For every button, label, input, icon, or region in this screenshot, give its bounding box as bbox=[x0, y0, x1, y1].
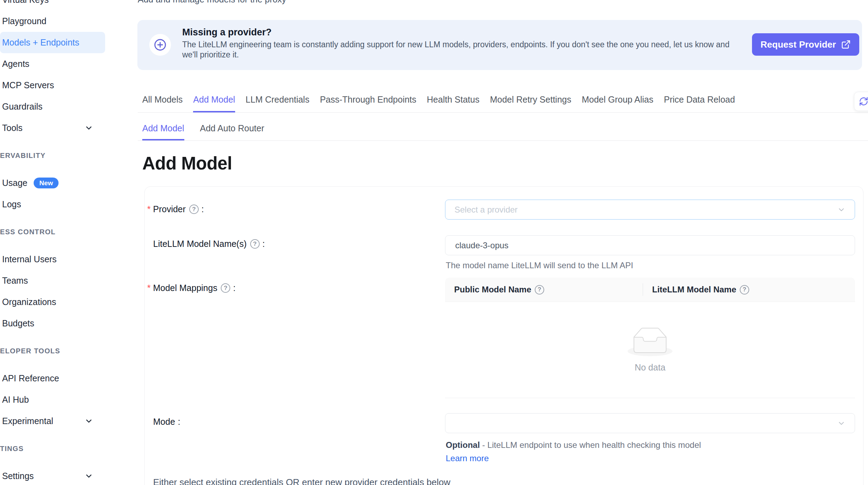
sidebar-item-label: Guardrails bbox=[2, 102, 42, 112]
mode-select[interactable] bbox=[445, 413, 855, 433]
sidebar-item-guardrails[interactable]: Guardrails bbox=[0, 96, 105, 117]
plus-circle-icon bbox=[149, 34, 171, 56]
sidebar-item-label: Agents bbox=[2, 59, 29, 69]
help-icon[interactable] bbox=[535, 285, 544, 295]
sidebar-item-label: Internal Users bbox=[2, 254, 57, 264]
sidebar-item-label: Usage bbox=[2, 178, 27, 188]
tab-all-models[interactable]: All Models bbox=[142, 95, 183, 112]
sidebar-item-tools[interactable]: Tools bbox=[0, 117, 105, 139]
sidebar-item-organizations[interactable]: Organizations bbox=[0, 291, 105, 313]
litellm-models-page: Virtual KeysPlaygroundModels + Endpoints… bbox=[0, 0, 868, 485]
learn-more-link[interactable]: Learn more bbox=[446, 453, 489, 463]
sidebar: Virtual KeysPlaygroundModels + Endpoints… bbox=[0, 0, 105, 485]
sidebar-item-settings[interactable]: Settings bbox=[0, 465, 105, 485]
column-header-litellm-model-name: LiteLLM Model Name bbox=[643, 278, 855, 302]
sidebar-nav: Virtual KeysPlaygroundModels + Endpoints… bbox=[0, 0, 105, 485]
model-mappings-label-text: Model Mappings bbox=[153, 283, 217, 293]
sidebar-item-mcp-servers[interactable]: MCP Servers bbox=[0, 75, 105, 96]
sidebar-item-label: Budgets bbox=[2, 318, 34, 328]
new-badge: New bbox=[34, 178, 59, 189]
page-title: Add Model bbox=[142, 153, 232, 174]
add-model-subtabs: Add ModelAdd Auto Router bbox=[142, 123, 264, 140]
help-icon[interactable] bbox=[221, 283, 230, 293]
mode-label: Mode bbox=[153, 417, 180, 427]
chevron-down-icon bbox=[84, 124, 93, 132]
no-data-text: No data bbox=[635, 362, 665, 373]
sidebar-item-teams[interactable]: Teams bbox=[0, 270, 105, 291]
sidebar-item-agents[interactable]: Agents bbox=[0, 53, 105, 75]
sidebar-item-label: Experimental bbox=[2, 416, 53, 426]
column-header-public-model-name: Public Model Name bbox=[445, 278, 643, 302]
label-colon bbox=[262, 239, 265, 249]
required-asterisk bbox=[147, 204, 151, 214]
model-name-helper-text: The model name LiteLLM will send to the … bbox=[446, 261, 633, 270]
banner-description: The LiteLLM engineering team is constant… bbox=[182, 40, 743, 60]
model-name-label-text: LiteLLM Model Name(s) bbox=[153, 239, 247, 249]
model-mappings-label: Model Mappings bbox=[147, 283, 235, 293]
tabs-divider bbox=[138, 112, 868, 113]
sidebar-item-logs[interactable]: Logs bbox=[0, 194, 105, 215]
chevron-down-icon bbox=[837, 206, 846, 214]
credentials-note: Either select existing credentials OR en… bbox=[153, 477, 450, 485]
sidebar-section-tings: TINGS bbox=[0, 432, 105, 465]
sidebar-section-eloper-tools: ELOPER TOOLS bbox=[0, 334, 105, 368]
tab-model-retry-settings[interactable]: Model Retry Settings bbox=[490, 95, 571, 112]
external-link-icon bbox=[841, 40, 851, 49]
tab-llm-credentials[interactable]: LLM Credentials bbox=[246, 95, 309, 112]
empty-state: No data bbox=[628, 327, 672, 373]
tab-model-group-alias[interactable]: Model Group Alias bbox=[582, 95, 653, 112]
sidebar-item-internal-users[interactable]: Internal Users bbox=[0, 249, 105, 270]
model-mappings-table: Public Model Name LiteLLM Model Name bbox=[445, 278, 855, 398]
provider-label-text: Provider bbox=[153, 204, 186, 214]
sidebar-section-ervability: ERVABILITY bbox=[0, 139, 105, 172]
sidebar-item-models-endpoints[interactable]: Models + Endpoints bbox=[0, 32, 105, 53]
sidebar-item-budgets[interactable]: Budgets bbox=[0, 313, 105, 334]
label-colon bbox=[233, 283, 235, 293]
tab-health-status[interactable]: Health Status bbox=[427, 95, 479, 112]
help-icon[interactable] bbox=[740, 285, 749, 295]
page-subtitle: Add and manage models for the proxy bbox=[138, 0, 286, 5]
provider-label: Provider bbox=[147, 204, 204, 214]
sidebar-item-api-reference[interactable]: API Reference bbox=[0, 368, 105, 389]
sidebar-item-playground[interactable]: Playground bbox=[0, 11, 105, 32]
request-provider-label: Request Provider bbox=[760, 39, 836, 50]
label-colon bbox=[201, 204, 204, 214]
tab-price-data-reload[interactable]: Price Data Reload bbox=[664, 95, 735, 112]
required-asterisk bbox=[147, 283, 151, 293]
column-header-label: LiteLLM Model Name bbox=[652, 285, 736, 295]
help-icon[interactable] bbox=[250, 239, 260, 249]
banner-title: Missing a provider? bbox=[182, 27, 272, 38]
column-header-label: Public Model Name bbox=[454, 285, 531, 295]
help-icon[interactable] bbox=[189, 205, 199, 214]
tab-pass-through-endpoints[interactable]: Pass-Through Endpoints bbox=[320, 95, 416, 112]
sidebar-item-usage[interactable]: UsageNew bbox=[0, 172, 105, 194]
request-provider-button[interactable]: Request Provider bbox=[752, 33, 859, 56]
sidebar-item-label: Organizations bbox=[2, 297, 56, 307]
sidebar-item-label: AI Hub bbox=[2, 395, 29, 405]
chevron-down-icon bbox=[84, 417, 93, 425]
sync-icon bbox=[859, 97, 868, 106]
subtab-add-model[interactable]: Add Model bbox=[142, 123, 184, 140]
sidebar-item-label: Virtual Keys bbox=[2, 0, 49, 5]
mode-label-text: Mode bbox=[153, 417, 175, 427]
sidebar-item-experimental[interactable]: Experimental bbox=[0, 410, 105, 432]
chevron-down-icon bbox=[84, 472, 93, 480]
sidebar-item-ai-hub[interactable]: AI Hub bbox=[0, 389, 105, 410]
sidebar-item-label: API Reference bbox=[2, 373, 59, 383]
sidebar-item-label: Logs bbox=[2, 199, 21, 209]
provider-select[interactable]: Select a provider bbox=[445, 200, 855, 220]
sidebar-item-label: MCP Servers bbox=[2, 80, 54, 90]
subtabs-divider bbox=[138, 140, 868, 141]
tab-add-model[interactable]: Add Model bbox=[193, 95, 235, 112]
subtab-add-auto-router[interactable]: Add Auto Router bbox=[200, 123, 264, 140]
label-colon bbox=[178, 417, 180, 427]
table-empty-body: No data bbox=[445, 302, 855, 398]
table-header-row: Public Model Name LiteLLM Model Name bbox=[445, 278, 855, 302]
model-name-input[interactable] bbox=[445, 235, 855, 255]
sidebar-item-virtual-keys[interactable]: Virtual Keys bbox=[0, 0, 105, 11]
sidebar-item-label: Tools bbox=[2, 123, 22, 133]
provider-select-placeholder: Select a provider bbox=[454, 205, 518, 215]
refresh-button[interactable] bbox=[854, 92, 868, 111]
mode-helper-bold: Optional bbox=[446, 440, 480, 450]
model-hub-tabs: All ModelsAdd ModelLLM CredentialsPass-T… bbox=[142, 95, 735, 112]
